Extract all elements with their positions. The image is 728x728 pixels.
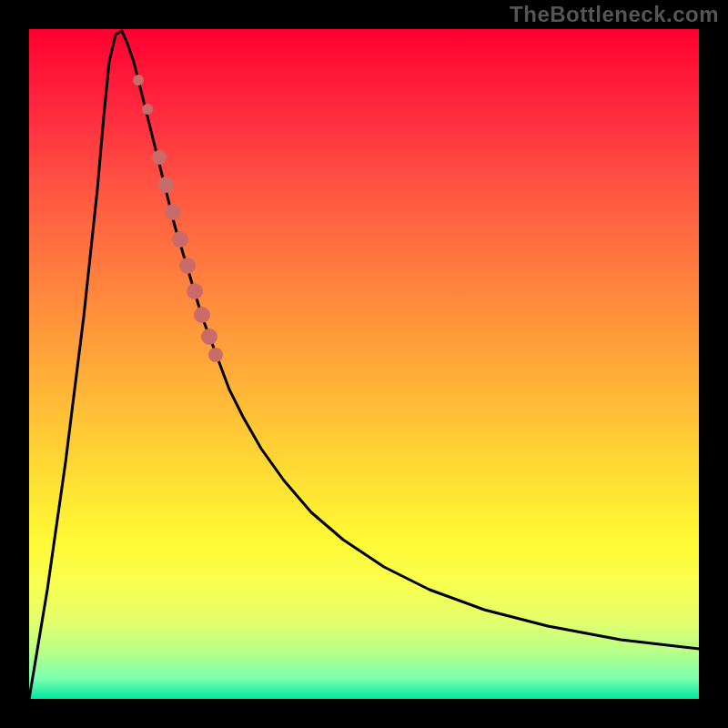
bottleneck-curve [29,31,699,699]
plot-area [29,29,699,699]
highlight-dot [152,150,167,165]
curve-svg [29,29,699,699]
watermark-text: TheBottleneck.com [510,2,719,27]
highlight-dot [187,283,203,299]
highlight-dot [142,104,153,115]
highlight-dot [194,307,210,323]
highlight-dot [201,329,217,345]
highlight-dot [208,348,223,362]
highlight-dot [172,231,188,248]
highlight-dot [157,177,174,193]
chart-frame: TheBottleneck.com [0,0,728,728]
highlight-dot [133,75,144,86]
highlight-dot [179,258,196,274]
highlight-dot [165,204,181,220]
